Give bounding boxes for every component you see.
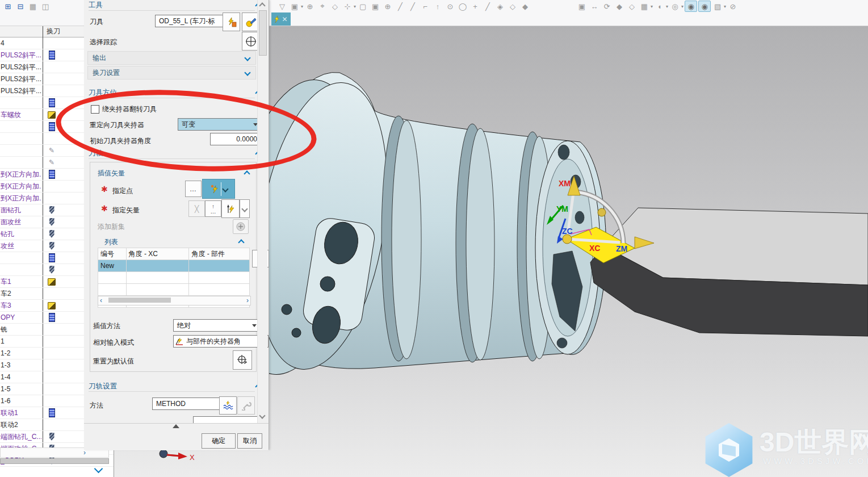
circle-center-icon[interactable]: ⊕ (382, 1, 393, 11)
operation-label[interactable]: PULS2斜平... (1, 85, 41, 97)
move-object-icon[interactable]: ⊕ (304, 1, 316, 11)
section-path-settings-title[interactable]: 刀轨设置 (89, 382, 251, 391)
point-dialog-button[interactable]: … (185, 181, 202, 197)
dropdown-icon[interactable] (222, 186, 228, 192)
operation-label[interactable]: PULS2斜平... (1, 61, 41, 73)
show-result-icon[interactable]: ▣ (576, 1, 588, 11)
list-column-header[interactable]: 角度 - XC (126, 248, 189, 260)
blend-icon[interactable]: ◆ (519, 1, 531, 11)
list-title[interactable]: 列表 (104, 237, 118, 247)
slash-icon[interactable]: ╱ (482, 1, 493, 11)
new-method-button[interactable] (219, 396, 237, 415)
operation-label[interactable] (1, 252, 41, 263)
half-section-icon-dropdown[interactable]: ▾ (666, 4, 668, 9)
list-row[interactable] (98, 272, 250, 284)
section-tool-title[interactable]: 工具 (89, 1, 251, 10)
shaded-display-icon[interactable]: ◆ (614, 1, 625, 11)
operation-label[interactable]: 面钻孔 (1, 204, 41, 216)
snap-node-icon[interactable]: ⊟ (15, 1, 26, 11)
list-cell[interactable] (189, 260, 250, 272)
operation-label[interactable] (1, 145, 41, 156)
wireframe-display-icon[interactable]: ◇ (626, 1, 638, 11)
hide-icon[interactable]: ⊘ (727, 1, 739, 11)
tree-collapse-chevron[interactable] (95, 466, 102, 474)
operation-label[interactable]: 联动2 (1, 419, 41, 430)
collapse-dialog-handle[interactable] (173, 424, 179, 428)
vector-dialog-button[interactable]: ↑… (205, 200, 221, 217)
operation-label[interactable]: 1-5 (1, 383, 41, 395)
list-cell[interactable] (189, 272, 250, 284)
operation-label[interactable]: 铣 (1, 324, 41, 335)
operation-label[interactable]: PULS2斜平... (1, 49, 41, 61)
window-split-icon-dropdown[interactable]: ▾ (651, 4, 653, 9)
new-tool-button[interactable] (223, 12, 240, 31)
operation-label[interactable]: 联动1 (1, 407, 41, 419)
point-on-curve-icon-dropdown[interactable]: ▾ (354, 4, 356, 9)
operation-label[interactable]: 钻孔 (1, 228, 41, 240)
list-cell[interactable] (98, 284, 127, 296)
operation-label[interactable] (1, 121, 41, 132)
group-toolchange-settings[interactable]: 换刀设置 (87, 66, 256, 80)
circle-dot-icon[interactable]: ⊙ (445, 1, 456, 11)
tool-select[interactable]: OD_55_L (车刀-标 (155, 15, 233, 27)
operation-label[interactable]: 1 (1, 336, 41, 347)
operation-label[interactable]: 车2 (1, 288, 41, 299)
snap-point-icon[interactable]: ⌖ (317, 1, 328, 11)
arrow-up-icon[interactable]: ↑ (432, 1, 443, 11)
operation-label[interactable]: 攻丝 (1, 240, 41, 252)
operation-label[interactable]: 4 (1, 37, 41, 49)
fit-window-icon[interactable]: ↔ (589, 1, 600, 11)
operation-label[interactable]: 端面钻孔_C... (1, 431, 41, 442)
circle-icon[interactable]: ◯ (457, 1, 468, 11)
list-column-header[interactable]: 编号 (98, 248, 127, 260)
toolchange-column-header[interactable]: 换刀 (47, 27, 60, 36)
operation-label[interactable]: 车1 (1, 276, 41, 287)
inspect-icon[interactable]: ◫ (40, 1, 51, 11)
window-split-icon[interactable]: ▦ (639, 1, 650, 11)
line2-icon[interactable]: ╱ (407, 1, 418, 11)
cancel-button[interactable]: 取消 (237, 433, 262, 449)
interp-vector-title[interactable]: 插值矢量 (98, 169, 125, 178)
plus-icon[interactable]: + (469, 1, 481, 11)
vector-options-dropdown[interactable] (240, 199, 250, 218)
scene-settings-icon-dropdown[interactable]: ▾ (724, 4, 726, 9)
dialog-titlebar-tab[interactable]: ✕ (271, 12, 291, 26)
reset-default-button[interactable] (233, 350, 252, 370)
interp-method-select[interactable]: 绝对 (173, 319, 259, 332)
cylinder-view-icon-dropdown[interactable]: ▾ (681, 4, 684, 9)
list-cell[interactable] (126, 260, 189, 272)
operation-label[interactable]: OPY (1, 312, 41, 323)
operation-label[interactable]: 车螺纹 (1, 109, 41, 120)
origin-handle[interactable] (563, 235, 572, 244)
list-cell[interactable]: New (98, 260, 127, 272)
list-cell[interactable] (189, 284, 250, 296)
line-icon[interactable]: ╱ (395, 1, 406, 11)
tree-panel-scrollbar[interactable] (0, 458, 109, 464)
list-cell[interactable] (126, 284, 189, 296)
operation-label[interactable]: 1-6 (1, 395, 41, 407)
oriented-box-icon[interactable]: ▣ (370, 1, 381, 11)
operation-label[interactable]: 1-4 (1, 371, 41, 383)
operation-label[interactable]: 1-3 (1, 359, 41, 371)
shaded-box-icon[interactable]: ▢ (357, 1, 368, 11)
datum-icon[interactable]: ◇ (329, 1, 341, 11)
dialog-close-icon[interactable]: ✕ (282, 15, 287, 23)
half-section-icon[interactable]: ◖ (654, 1, 665, 11)
angle-drag-handle[interactable] (598, 208, 606, 216)
show-mcs-icon[interactable]: ◉ (685, 1, 697, 12)
measure-icon[interactable]: ▦ (27, 1, 39, 11)
list-horizontal-scrollbar[interactable]: ‹› (98, 296, 251, 306)
operation-label[interactable]: 到X正方向加... (1, 193, 41, 204)
list-row[interactable] (98, 284, 250, 296)
scene-settings-icon[interactable]: ▧ (712, 1, 723, 11)
filter-scope-icon-dropdown[interactable]: ▾ (301, 4, 303, 9)
dialog-scrollbar[interactable] (257, 0, 267, 423)
group-output[interactable]: 输出 (87, 51, 256, 65)
add-new-set-button[interactable] (233, 219, 249, 234)
snap-grid-icon[interactable]: ⊞ (2, 1, 14, 11)
list-cell[interactable] (98, 272, 127, 284)
edit-method-button[interactable] (237, 396, 255, 415)
operation-label[interactable] (1, 264, 41, 275)
operation-label[interactable]: 到X正方向加... (1, 181, 41, 192)
cylinder-view-icon[interactable]: ◎ (669, 1, 681, 11)
